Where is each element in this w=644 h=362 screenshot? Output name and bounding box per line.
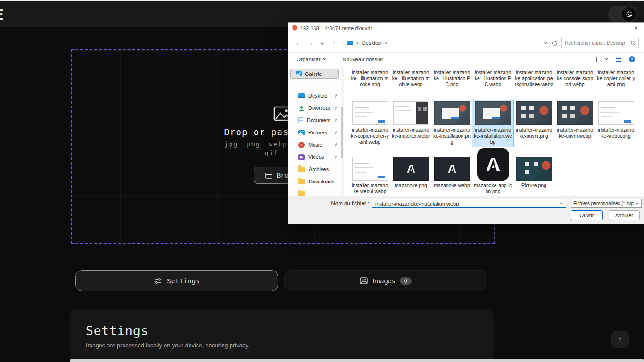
document-icon: [298, 117, 303, 123]
sidebar-item-pictures[interactable]: Pictures: [288, 126, 341, 139]
file-item[interactable]: installer-mazanoke-ouvrir.webp: [554, 100, 595, 147]
sidebar-item-desktop[interactable]: Desktop: [288, 90, 341, 102]
file-item[interactable]: Picture.png: [513, 146, 554, 196]
file-thumbnail: [352, 157, 388, 181]
videos-icon: ▶: [298, 154, 305, 160]
back-button[interactable]: ←: [293, 39, 305, 47]
organize-menu[interactable]: Organiser: [297, 57, 327, 62]
new-folder-button[interactable]: Nouveau dossier: [343, 57, 383, 62]
file-item[interactable]: mazanoke.png: [390, 146, 431, 196]
brave-browser-icon: [292, 25, 297, 31]
file-item[interactable]: installer-mazanoke-console-support.webp: [554, 66, 595, 89]
pin-icon: [334, 106, 338, 110]
scroll-to-top-button[interactable]: ↑: [611, 331, 629, 348]
open-button[interactable]: Ouvrir: [571, 210, 603, 220]
file-name: Picture.png: [515, 182, 553, 189]
folder-icon: [298, 179, 305, 184]
dialog-titlebar[interactable]: 192.168.1.4:3474 tente d'ouvrir ×: [288, 23, 644, 33]
theme-toggle[interactable]: [608, 6, 637, 23]
sidebar-item-archives[interactable]: Archives: [288, 163, 341, 175]
breadcrumb[interactable]: > Desktop >: [347, 40, 387, 46]
file-item[interactable]: installer-mazanoke-installation.png: [431, 100, 472, 147]
recent-locations-chevron[interactable]: [316, 39, 328, 47]
file-item[interactable]: mazanoke.webp: [431, 146, 472, 196]
sidebar-divider: [292, 83, 336, 83]
sidebar-item-label: Videos: [308, 154, 330, 160]
file-item[interactable]: installer-mazanoke-application-personnal…: [513, 66, 554, 89]
thumbnail-view-icon: [596, 57, 602, 62]
file-item[interactable]: installer-mazanoke-importer.webp: [390, 100, 431, 147]
forward-button[interactable]: →: [305, 39, 316, 47]
music-icon: ♪: [298, 142, 305, 148]
chevron-down-icon: [604, 58, 608, 60]
horizontal-scrollbar[interactable]: [70, 359, 644, 362]
settings-subtitle: Images are processed locally on your dev…: [86, 342, 249, 349]
file-thumbnail: [516, 101, 552, 125]
mazanoke-logo: [446, 163, 458, 175]
pictures-icon: [298, 130, 305, 135]
file-item[interactable]: installer-mazanoke-copier-coller-yaml.pn…: [595, 66, 636, 89]
refresh-icon[interactable]: [552, 40, 558, 46]
gallery-icon: [296, 71, 302, 76]
search-input[interactable]: [565, 40, 628, 46]
file-item[interactable]: installer-mazanoke - illustration mobile…: [390, 66, 431, 89]
file-item[interactable]: installer-mazanoke-ouvrir.png: [513, 100, 554, 147]
sidebar-item-label: Documents: [307, 117, 330, 123]
details-view-icon[interactable]: [616, 57, 621, 62]
dialog-title: 192.168.1.4:3474 tente d'ouvrir: [300, 25, 372, 31]
new-folder-label: Nouveau dossier: [343, 57, 383, 62]
sidebar-item-label: Downloads: [309, 179, 338, 184]
breadcrumb-item-desktop[interactable]: Desktop: [362, 40, 381, 46]
filetype-select[interactable]: Fichiers personnalisés (*.svg;*.g: [571, 199, 642, 208]
file-item-selected[interactable]: installer-mazanoke-installation.webp: [472, 100, 513, 147]
sidebar-item-music[interactable]: ♪ Music: [288, 139, 341, 151]
filename-history-chevron[interactable]: [560, 202, 563, 205]
scrollbar-thumb[interactable]: [341, 107, 343, 158]
view-mode-button[interactable]: [596, 57, 608, 62]
help-icon[interactable]: ?: [629, 56, 635, 62]
file-thumbnail: [434, 101, 470, 125]
window-icon: [265, 173, 272, 179]
file-item[interactable]: installer-mazanoke-webui.png: [595, 100, 636, 147]
tab-images[interactable]: Images 0: [284, 270, 487, 291]
sidebar-item-label: Archives: [309, 166, 338, 172]
filename-field[interactable]: [372, 199, 566, 208]
up-arrow-icon: ↑: [618, 335, 622, 344]
file-item[interactable]: installer-mazanoke - illustration PC.png: [431, 66, 472, 89]
settings-heading: Settings: [86, 324, 149, 338]
file-name: installer-mazanoke-ouvrir.png: [515, 127, 553, 139]
filename-input[interactable]: [372, 201, 560, 206]
monitor-icon: [298, 93, 305, 98]
filename-label: Nom du fichier :: [323, 200, 369, 206]
sidebar-item-downloads[interactable]: Downloads: [288, 102, 341, 114]
address-dropdown-chevron[interactable]: [544, 41, 548, 44]
folder-icon: [298, 191, 305, 196]
sidebar-item-documents[interactable]: Documents: [288, 114, 341, 126]
file-grid-row-2: installer-mazanoke-copier-coller-yaml.we…: [349, 100, 636, 147]
cancel-button-label: Annuler: [615, 213, 633, 218]
file-name: installer-mazanoke-importer.webp: [392, 127, 430, 139]
breadcrumb-separator: >: [384, 41, 387, 46]
file-name: installer-mazanoke-console-support.webp: [556, 67, 594, 88]
file-item[interactable]: mazanoke-app-icon.png: [472, 146, 513, 196]
file-item[interactable]: installer-mazanoke - illustration PC.web…: [472, 66, 513, 89]
file-item[interactable]: installer-mazanoke-webui.webp: [349, 146, 390, 196]
file-name: installer-mazanoke-installation.webp: [474, 127, 512, 145]
sliders-icon: [154, 277, 162, 285]
sidebar-item-folder-clipped[interactable]: [288, 188, 341, 196]
sidebar-item-videos[interactable]: ▶ Videos: [288, 151, 341, 163]
search-icon: [630, 41, 636, 46]
tab-settings[interactable]: Settings: [75, 270, 278, 291]
file-item[interactable]: installer-mazanoke-copier-coller-yaml.we…: [349, 100, 390, 147]
tab-row: Settings Images 0: [75, 270, 487, 291]
close-icon[interactable]: ×: [632, 25, 640, 31]
sidebar-item-downloads-2[interactable]: Downloads: [288, 175, 341, 188]
breadcrumb-separator: >: [356, 41, 359, 46]
search-box[interactable]: [561, 37, 639, 49]
up-button[interactable]: ↑: [328, 39, 340, 47]
cancel-button[interactable]: Annuler: [609, 210, 640, 220]
sidebar-item-gallery[interactable]: Galerie: [290, 69, 339, 79]
sidebar-item-label: Pictures: [308, 130, 330, 135]
file-thumbnail: [598, 101, 634, 125]
file-item[interactable]: installer-mazanoke - illustration mobile…: [349, 66, 390, 89]
